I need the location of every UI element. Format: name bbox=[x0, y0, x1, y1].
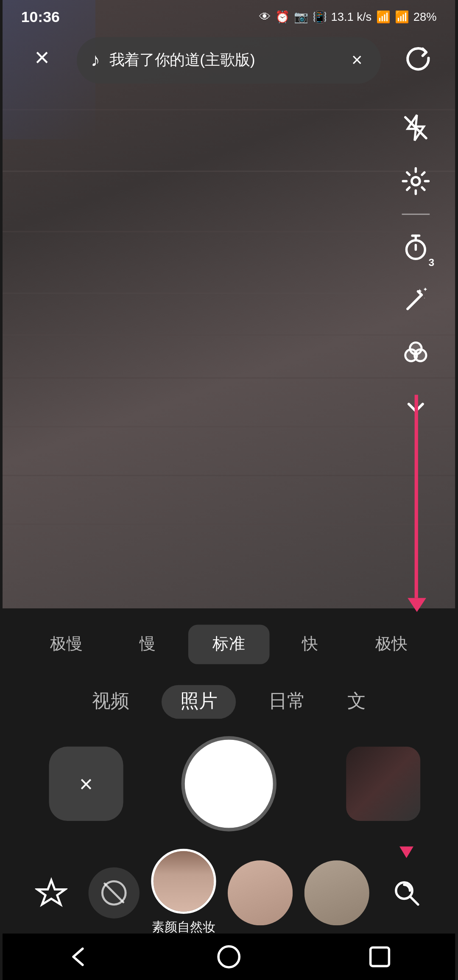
speed-slow[interactable]: 慢 bbox=[107, 624, 189, 664]
music-note-icon: ♪ bbox=[91, 50, 100, 71]
camera-indicator-icon: 📷 bbox=[294, 10, 308, 22]
pink-arrow-indicator bbox=[399, 846, 413, 857]
mode-photo[interactable]: 照片 bbox=[162, 685, 236, 719]
filter-3[interactable] bbox=[304, 860, 369, 925]
magic-button[interactable]: ✦ ✦ · bbox=[393, 277, 439, 324]
filter-thumb-2 bbox=[228, 860, 293, 925]
beauty-button[interactable] bbox=[393, 331, 439, 377]
svg-text:✦: ✦ bbox=[423, 286, 428, 293]
back-button[interactable] bbox=[55, 934, 101, 980]
refresh-button[interactable] bbox=[395, 35, 441, 81]
mode-daily[interactable]: 日常 bbox=[259, 685, 315, 719]
mode-text[interactable]: 文 bbox=[338, 685, 375, 719]
shutter-button[interactable] bbox=[185, 739, 273, 828]
status-time: 10:36 bbox=[21, 8, 60, 25]
camera-viewfinder bbox=[3, 0, 455, 608]
filter-search-button[interactable] bbox=[381, 867, 432, 918]
chevron-down-button[interactable] bbox=[393, 384, 439, 431]
svg-text:·: · bbox=[424, 295, 425, 300]
music-title: 我着了你的道(主歌版) bbox=[109, 50, 347, 71]
thumbnail-preview[interactable] bbox=[346, 747, 420, 821]
favorites-button[interactable] bbox=[26, 867, 77, 918]
settings-button[interactable] bbox=[393, 158, 439, 204]
right-toolbar: 3 ✦ ✦ · bbox=[393, 104, 439, 431]
battery: 28% bbox=[413, 10, 437, 22]
speed-fast[interactable]: 快 bbox=[270, 624, 351, 664]
eye-icon: 👁 bbox=[259, 10, 271, 22]
svg-marker-15 bbox=[37, 879, 65, 904]
svg-text:✦: ✦ bbox=[417, 287, 422, 295]
music-tag[interactable]: ♪ 我着了你的道(主歌版) × bbox=[77, 37, 381, 84]
svg-line-7 bbox=[408, 295, 422, 309]
close-button[interactable]: × bbox=[21, 37, 63, 79]
speed-normal[interactable]: 标准 bbox=[188, 624, 270, 664]
filter-thumb-1 bbox=[151, 849, 216, 914]
filter-natural-makeup[interactable]: 素颜自然妆 bbox=[151, 849, 216, 936]
no-filter-button[interactable] bbox=[89, 867, 140, 918]
thumbnail-image bbox=[346, 747, 420, 821]
cancel-icon: × bbox=[79, 770, 93, 797]
speed-selector: 极慢 慢 标准 快 极快 bbox=[3, 608, 455, 676]
svg-line-19 bbox=[410, 896, 418, 904]
mode-video[interactable]: 视频 bbox=[83, 685, 138, 719]
svg-rect-21 bbox=[371, 947, 389, 966]
signal-icon: 📶 bbox=[395, 10, 409, 22]
icon-divider bbox=[402, 214, 430, 215]
recents-button[interactable] bbox=[357, 934, 403, 980]
wifi-icon: 📶 bbox=[377, 10, 391, 22]
status-bar: 10:36 👁 ⏰ 📷 📳 13.1 k/s 📶 📶 28% bbox=[3, 0, 455, 33]
status-icons: 👁 ⏰ 📷 📳 13.1 k/s 📶 📶 28% bbox=[259, 10, 437, 22]
filter-2[interactable] bbox=[228, 860, 293, 925]
refresh-icon bbox=[403, 43, 433, 73]
music-close-button[interactable]: × bbox=[347, 45, 367, 76]
flash-button[interactable] bbox=[393, 104, 439, 151]
recents-icon bbox=[367, 944, 393, 969]
svg-line-17 bbox=[105, 883, 123, 902]
vibrate-icon: 📳 bbox=[313, 10, 327, 22]
speed-very-fast[interactable]: 极快 bbox=[351, 624, 432, 664]
home-icon bbox=[216, 944, 242, 969]
back-icon bbox=[65, 944, 91, 969]
bottom-controls: 极慢 慢 标准 快 极快 视频 照片 日常 文 × bbox=[3, 608, 455, 980]
svg-point-14 bbox=[410, 342, 422, 354]
svg-point-20 bbox=[218, 946, 239, 967]
nav-bar bbox=[3, 934, 455, 980]
network-speed: 13.1 k/s bbox=[331, 10, 372, 22]
shutter-area: × bbox=[3, 728, 455, 840]
filter-row: 素颜自然妆 bbox=[3, 840, 455, 945]
timer-button[interactable]: 3 bbox=[393, 224, 439, 270]
timer-badge: 3 bbox=[429, 257, 435, 268]
svg-point-2 bbox=[412, 177, 420, 185]
cancel-button[interactable]: × bbox=[49, 747, 123, 821]
alarm-icon: ⏰ bbox=[275, 10, 289, 22]
home-button[interactable] bbox=[206, 934, 252, 980]
speed-very-slow[interactable]: 极慢 bbox=[26, 624, 107, 664]
mode-selector: 视频 照片 日常 文 bbox=[3, 676, 455, 728]
filter-thumb-3 bbox=[304, 860, 369, 925]
close-icon: × bbox=[35, 45, 50, 71]
